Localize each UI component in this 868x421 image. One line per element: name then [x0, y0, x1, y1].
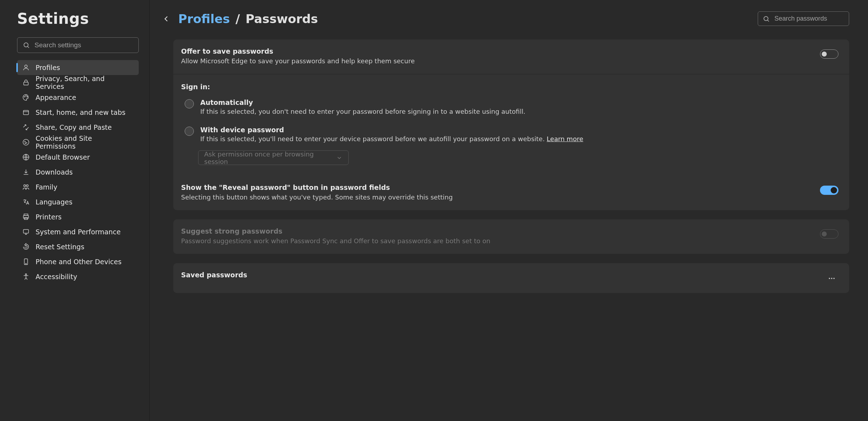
search-passwords-input[interactable] [758, 11, 849, 26]
svg-point-20 [26, 263, 26, 264]
settings-nav: Profiles Privacy, Search, and Services A… [17, 60, 139, 284]
nav-languages[interactable]: Languages [17, 194, 139, 209]
accessibility-icon [22, 273, 30, 281]
radio-icon [185, 99, 194, 108]
reveal-toggle[interactable] [820, 186, 838, 195]
nav-label: Languages [36, 198, 73, 206]
signin-auto-desc: If this is selected, you don't need to e… [200, 108, 838, 115]
nav-label: Phone and Other Devices [36, 258, 122, 266]
search-icon [763, 15, 770, 22]
lock-icon [22, 79, 30, 86]
reset-icon [22, 243, 30, 251]
chevron-down-icon [336, 155, 343, 161]
svg-rect-18 [23, 230, 29, 233]
settings-title: Settings [17, 10, 139, 27]
suggest-title: Suggest strong passwords [181, 227, 813, 235]
breadcrumb-profiles-link[interactable]: Profiles [178, 12, 230, 26]
tabs-icon [22, 108, 30, 116]
offer-save-section: Offer to save passwords Allow Microsoft … [173, 39, 849, 74]
browser-icon [22, 153, 30, 161]
saved-passwords-section: Saved passwords [173, 263, 849, 293]
suggest-desc: Password suggestions work when Password … [181, 237, 813, 245]
signin-auto-title: Automatically [200, 98, 838, 106]
learn-more-link[interactable]: Learn more [547, 135, 583, 143]
svg-rect-7 [23, 111, 29, 115]
search-settings-wrap [17, 37, 139, 53]
suggest-section: Suggest strong passwords Password sugges… [173, 219, 849, 254]
nav-label: System and Performance [36, 228, 121, 236]
nav-printers[interactable]: Printers [17, 209, 139, 224]
search-passwords-wrap [758, 11, 849, 26]
offer-save-toggle[interactable] [820, 49, 838, 59]
svg-point-26 [833, 278, 835, 279]
share-icon [22, 123, 30, 131]
nav-label: Cookies and Site Permissions [36, 134, 134, 150]
offer-save-title: Offer to save passwords [181, 47, 813, 55]
nav-label: Downloads [36, 168, 73, 176]
saved-passwords-more-button[interactable] [825, 272, 838, 285]
nav-accessibility[interactable]: Accessibility [17, 269, 139, 284]
svg-point-4 [24, 96, 25, 97]
palette-icon [22, 94, 30, 101]
nav-label: Appearance [36, 94, 76, 101]
svg-point-8 [23, 139, 29, 145]
back-button[interactable] [159, 12, 173, 26]
nav-system[interactable]: System and Performance [17, 224, 139, 239]
family-icon [22, 183, 30, 191]
cookie-icon [22, 138, 30, 146]
more-horizontal-icon [828, 275, 836, 282]
nav-family[interactable]: Family [17, 180, 139, 194]
radio-icon [185, 127, 194, 136]
nav-reset[interactable]: Reset Settings [17, 239, 139, 254]
signin-section: Sign in: Automatically If this is select… [173, 74, 849, 176]
device-password-frequency-select[interactable]: Ask permission once per browsing session [198, 150, 349, 165]
nav-label: Accessibility [36, 273, 77, 281]
svg-point-2 [25, 65, 27, 68]
select-value: Ask permission once per browsing session [204, 150, 336, 165]
svg-line-1 [28, 47, 29, 48]
nav-default-browser[interactable]: Default Browser [17, 150, 139, 165]
signin-device-row[interactable]: With device password If this is selected… [181, 119, 838, 147]
nav-downloads[interactable]: Downloads [17, 165, 139, 180]
svg-point-21 [25, 274, 27, 275]
breadcrumb: Profiles / Passwords [178, 12, 755, 26]
page-header: Profiles / Passwords [159, 11, 849, 26]
download-icon [22, 168, 30, 176]
svg-point-0 [24, 43, 28, 47]
nav-cookies[interactable]: Cookies and Site Permissions [17, 135, 139, 150]
nav-label: Family [36, 183, 57, 191]
svg-point-6 [27, 96, 28, 97]
phone-icon [22, 258, 30, 266]
breadcrumb-current: Passwords [245, 12, 318, 26]
nav-profiles[interactable]: Profiles [17, 60, 139, 75]
svg-point-22 [764, 16, 768, 21]
reveal-section: Show the "Reveal password" button in pas… [173, 176, 849, 210]
nav-label: Printers [36, 213, 62, 221]
nav-privacy[interactable]: Privacy, Search, and Services [17, 75, 139, 90]
nav-label: Start, home, and new tabs [36, 108, 126, 116]
svg-point-5 [26, 96, 26, 96]
svg-point-13 [24, 185, 26, 187]
settings-sidebar: Settings Profiles Privacy, Search, and S… [0, 0, 150, 421]
saved-passwords-title: Saved passwords [181, 271, 818, 279]
nav-start[interactable]: Start, home, and new tabs [17, 105, 139, 120]
nav-share[interactable]: Share, Copy and Paste [17, 120, 139, 135]
reveal-title: Show the "Reveal password" button in pas… [181, 183, 813, 191]
nav-label: Share, Copy and Paste [36, 123, 112, 131]
nav-label: Privacy, Search, and Services [36, 75, 134, 90]
signin-device-desc-text: If this is selected, you'll need to ente… [200, 135, 547, 143]
offer-save-desc: Allow Microsoft Edge to save your passwo… [181, 57, 813, 65]
svg-point-11 [25, 143, 26, 144]
nav-label: Reset Settings [36, 243, 84, 251]
svg-point-14 [26, 185, 28, 187]
arrow-left-icon [162, 14, 171, 23]
nav-phone[interactable]: Phone and Other Devices [17, 254, 139, 269]
svg-line-23 [768, 20, 769, 21]
suggest-card: Suggest strong passwords Password sugges… [173, 219, 849, 254]
search-settings-input[interactable] [17, 37, 139, 53]
signin-auto-row[interactable]: Automatically If this is selected, you d… [181, 97, 838, 119]
nav-appearance[interactable]: Appearance [17, 90, 139, 105]
svg-point-10 [26, 143, 27, 143]
svg-point-24 [829, 278, 830, 279]
breadcrumb-separator: / [235, 12, 240, 26]
